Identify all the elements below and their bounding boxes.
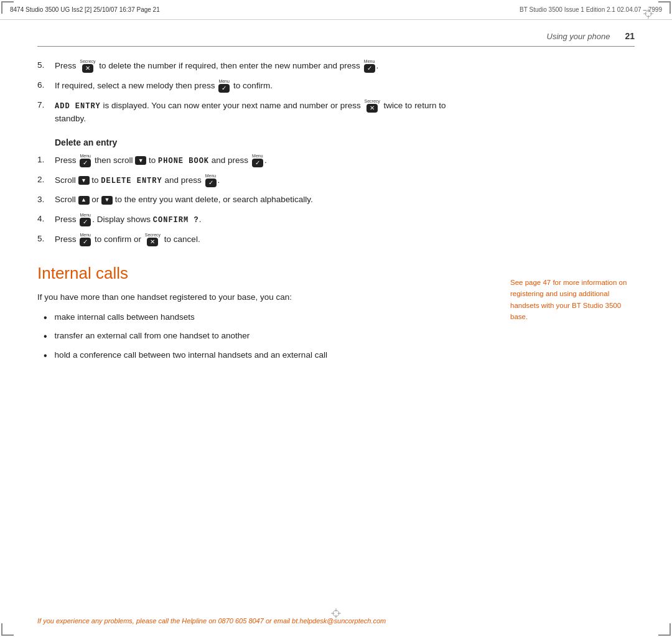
content-area: 5. Press Secrecy ✕ to delete the number … [0,47,672,610]
page-header: Using your phone 21 [0,20,672,46]
confirm-display: CONFIRM ? [153,215,199,224]
bullet-text-3: hold a conference call between two inter… [55,349,327,361]
delete-content-4: Press Menu ✓ . Display shows CONFIRM ?. [55,213,479,226]
delete-num-2: 2. [37,174,55,187]
delete-list: 1. Press Menu ✓ then scroll ▼ to PHONE B… [37,154,479,246]
section1-list: 5. Press Secrecy ✕ to delete the number … [37,59,479,125]
list-content-5: Press Secrecy ✕ to delete the number if … [55,59,479,73]
delete-num-5: 5. [37,233,55,246]
delete-content-2: Scroll ▼ to DELETE ENTRY and press Menu … [55,174,479,187]
menu-btn-d1b: Menu ✓ [252,154,263,167]
menu-btn-d5: Menu ✓ [80,233,91,246]
delete-content-3: Scroll ▲ or ▼ to the entry you want dele… [55,193,479,206]
list-num-6: 6. [37,79,55,93]
top-bar-right-text: BT Studio 3500 Issue 1 Edition 2.1 02.04… [520,6,662,13]
delete-item-5: 5. Press Menu ✓ to confirm or Secrecy ✕ … [37,233,479,246]
scroll-down-d1: ▼ [135,156,146,165]
list-content-6: If required, select a new melody then pr… [55,79,479,93]
bullet-item-2: • transfer an external call from one han… [44,330,479,342]
delete-entry-display: DELETE ENTRY [101,177,162,185]
internal-calls-intro: If you have more than one handset regist… [37,291,479,304]
side-column: See page 47 for more information on regi… [510,59,635,610]
list-item-7: 7. ADD ENTRY is displayed. You can now e… [37,99,479,125]
bullet-dot-1: • [44,313,47,323]
list-content-7: ADD ENTRY is displayed. You can now ente… [55,99,479,125]
scroll-down-d3: ▼ [101,196,113,205]
delete-section-heading: Delete an entry [55,137,479,147]
delete-item-4: 4. Press Menu ✓ . Display shows CONFIRM … [37,213,479,226]
main-column: 5. Press Secrecy ✕ to delete the number … [37,59,492,610]
list-item-6: 6. If required, select a new melody then… [37,79,479,93]
menu-btn-d4: Menu ✓ [80,213,91,226]
page-title-area: Using your phone 21 [547,31,635,41]
delete-item-3: 3. Scroll ▲ or ▼ to the entry you want d… [37,193,479,206]
list-num-5: 5. [37,59,55,73]
footer: If you experience any problems, please c… [0,610,672,637]
top-bar: 8474 Studio 3500 UG Iss2 [2] 25/10/07 16… [0,0,672,20]
delete-content-5: Press Menu ✓ to confirm or Secrecy ✕ to … [55,233,479,246]
delete-content-1: Press Menu ✓ then scroll ▼ to PHONE BOOK… [55,154,479,167]
bullet-dot-3: • [44,351,47,361]
secrecy-btn-7: Secrecy ✕ [365,99,380,113]
list-item-5: 5. Press Secrecy ✕ to delete the number … [37,59,479,73]
delete-num-1: 1. [37,154,55,167]
bullet-text-1: make internal calls between handsets [55,311,195,323]
menu-btn-d1a: Menu ✓ [80,154,91,167]
bullet-list: • make internal calls between handsets •… [44,311,479,361]
page-number: 21 [625,31,635,41]
secrecy-btn-5: Secrecy ✕ [80,59,95,73]
list-num-7: 7. [37,99,55,125]
menu-btn-d2: Menu ✓ [205,174,217,187]
top-bar-left-text: 8474 Studio 3500 UG Iss2 [2] 25/10/07 16… [10,6,160,13]
bullet-text-2: transfer an external call from one hands… [55,330,250,342]
phonebook-display: PHONE BOOK [158,157,209,165]
scroll-up-d3: ▲ [78,196,90,205]
scroll-down-d2: ▼ [78,176,90,185]
bullet-dot-2: • [44,332,47,342]
add-entry-display: ADD ENTRY [55,102,101,111]
delete-num-4: 4. [37,213,55,226]
bullet-item-3: • hold a conference call between two int… [44,349,479,361]
delete-item-1: 1. Press Menu ✓ then scroll ▼ to PHONE B… [37,154,479,167]
side-note: See page 47 for more information on regi… [510,277,635,323]
secrecy-btn-d5: Secrecy ✕ [145,233,161,246]
delete-item-2: 2. Scroll ▼ to DELETE ENTRY and press Me… [37,174,479,187]
internal-calls-title: Internal calls [37,264,479,283]
page-title: Using your phone [547,32,610,41]
bullet-item-1: • make internal calls between handsets [44,311,479,323]
page-layout: Using your phone 21 5. Press Secrecy ✕ [0,20,672,637]
delete-num-3: 3. [37,193,55,206]
menu-btn-6: Menu ✓ [218,79,230,93]
menu-btn-5: Menu ✓ [364,59,375,73]
footer-text: If you experience any problems, please c… [37,617,386,625]
